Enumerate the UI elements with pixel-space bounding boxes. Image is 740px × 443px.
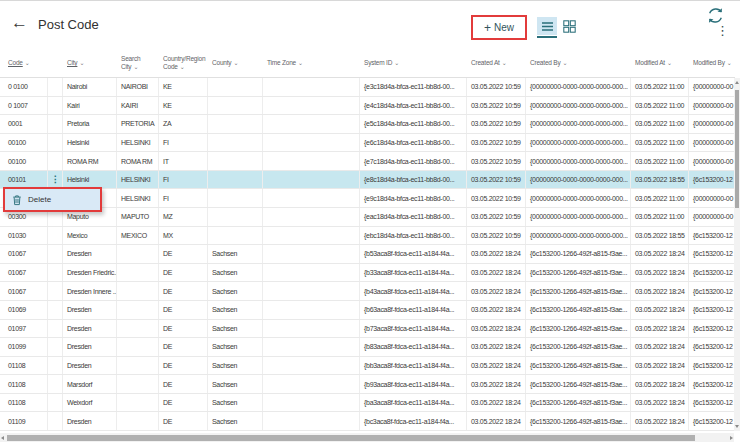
cell-city: Dresden bbox=[63, 338, 117, 356]
row-menu-spacer bbox=[48, 152, 63, 170]
cell-county bbox=[208, 97, 263, 115]
column-header-county[interactable]: County⌄ bbox=[208, 49, 263, 77]
cell-search_city: KAIRI bbox=[117, 97, 159, 115]
list-view-toggle[interactable] bbox=[537, 17, 557, 35]
cell-created_at: 03.05.2022 10:59 bbox=[467, 227, 526, 245]
cell-time_zone bbox=[263, 338, 360, 356]
cell-country: DE bbox=[159, 320, 208, 338]
cell-code: 01108 bbox=[0, 394, 48, 412]
delete-menu-item[interactable]: Delete bbox=[3, 187, 102, 212]
table-row[interactable]: 01108WeixdorfDESachsen{ba3aca8f-fdca-ec1… bbox=[0, 394, 735, 413]
column-label: County bbox=[212, 59, 231, 66]
column-header-system_id[interactable]: System ID⌄ bbox=[360, 49, 467, 77]
chevron-down-icon: ⌄ bbox=[133, 64, 138, 70]
cell-search_city: NAIROBI bbox=[117, 78, 159, 96]
scroll-down-arrow-icon[interactable] bbox=[735, 425, 739, 428]
row-context-menu-button[interactable]: ⋮ bbox=[51, 175, 60, 184]
column-label: Modified By bbox=[693, 59, 725, 66]
cell-search_city bbox=[117, 357, 159, 375]
table-row[interactable]: 00300MaputoMAPUTOMZ{eac18d4a-bfca-ec11-b… bbox=[0, 208, 735, 227]
column-header-search_city[interactable]: Search City⌄ bbox=[117, 49, 159, 77]
cell-country: MZ bbox=[159, 208, 208, 226]
table-row[interactable]: 01108MarsdorfDESachsen{b93aca8f-fdca-ec1… bbox=[0, 375, 735, 394]
new-button[interactable]: + New bbox=[471, 15, 527, 40]
table-row[interactable]: 01099DresdenDESachsen{b83aca8f-fdca-ec11… bbox=[0, 338, 735, 357]
cell-created_by: {00000000-0000-0000-0000-000... bbox=[526, 97, 631, 115]
table-row[interactable]: 00100HelsinkiHELSINKIFI{e6c18d4a-bfca-ec… bbox=[0, 134, 735, 153]
cell-county: Sachsen bbox=[208, 264, 263, 282]
column-header-city[interactable]: City⌄ bbox=[63, 49, 117, 77]
vertical-scrollbar-thumb[interactable] bbox=[735, 90, 739, 208]
column-header-created_at[interactable]: Created At⌄ bbox=[467, 49, 526, 77]
cell-created_by: {00000000-0000-0000-0000-000... bbox=[526, 171, 631, 189]
chevron-down-icon: ⌄ bbox=[79, 60, 84, 66]
cell-search_city: PRETORIA bbox=[117, 115, 159, 133]
cell-country: IT bbox=[159, 152, 208, 170]
column-header-modified_at[interactable]: Modified At⌄ bbox=[631, 49, 689, 77]
scroll-left-arrow-icon[interactable] bbox=[1, 436, 4, 440]
cell-modified_at: 03.05.2022 18:24 bbox=[631, 375, 689, 393]
table-row[interactable]: 01108DresdenDESachsen{bb3aca8f-fdca-ec11… bbox=[0, 357, 735, 376]
cell-city: Dresden Friedric... bbox=[63, 264, 117, 282]
column-header-code[interactable]: Code⌄ bbox=[0, 49, 48, 77]
cell-county: Sachsen bbox=[208, 338, 263, 356]
table-row[interactable]: 01109DresdenDESachsen{bc3aca8f-fdca-ec11… bbox=[0, 412, 735, 431]
cell-created_at: 03.05.2022 18:24 bbox=[467, 394, 526, 412]
table-row[interactable]: 01067Dresden Friedric...DESachsen{b33aca… bbox=[0, 264, 735, 283]
cell-code: 01069 bbox=[0, 301, 48, 319]
cell-country: DE bbox=[159, 394, 208, 412]
cell-created_at: 03.05.2022 10:59 bbox=[467, 208, 526, 226]
scroll-up-arrow-icon[interactable] bbox=[735, 81, 739, 84]
row-menu-spacer bbox=[48, 245, 63, 263]
column-header-country[interactable]: Country/Region Code⌄ bbox=[159, 49, 208, 77]
cell-search_city bbox=[117, 320, 159, 338]
table-row[interactable]: HelsinkiHELSINKIFI{e9c18d4a-bfca-ec11-bb… bbox=[0, 189, 735, 208]
cell-search_city bbox=[117, 301, 159, 319]
cell-created_at: 03.05.2022 10:59 bbox=[467, 78, 526, 96]
cell-modified_at: 03.05.2022 18:24 bbox=[631, 394, 689, 412]
cell-created_at: 03.05.2022 10:59 bbox=[467, 134, 526, 152]
cell-city: Nairobi bbox=[63, 78, 117, 96]
cell-modified_by: {00000000-00 bbox=[689, 115, 735, 133]
column-header-created_by[interactable]: Created By⌄ bbox=[526, 49, 631, 77]
column-header-time_zone[interactable]: Time Zone⌄ bbox=[263, 49, 360, 77]
table-row[interactable]: 0 1007KairiKAIRIKE{e4c18d4a-bfca-ec11-bb… bbox=[0, 97, 735, 116]
cell-created_by: {6c153200-1266-492f-a815-f3ae... bbox=[526, 394, 631, 412]
cell-system_id: {b33aca8f-fdca-ec11-a184-f4a... bbox=[360, 264, 467, 282]
column-header-modified_by[interactable]: Modified By⌄ bbox=[689, 49, 735, 77]
table-row[interactable]: 01067DresdenDESachsen{b53aca8f-fdca-ec11… bbox=[0, 245, 735, 264]
cell-created_at: 03.05.2022 18:24 bbox=[467, 412, 526, 430]
table-row[interactable]: 01097DresdenDESachsen{b73aca8f-fdca-ec11… bbox=[0, 320, 735, 339]
cell-time_zone bbox=[263, 264, 360, 282]
cell-system_id: {b83aca8f-fdca-ec11-a184-f4a... bbox=[360, 338, 467, 356]
cell-created_by: {6c153200-1266-492f-a815-f3ae... bbox=[526, 412, 631, 430]
table-row[interactable]: 01069DresdenDESachsen{b63aca8f-fdca-ec11… bbox=[0, 301, 735, 320]
cell-country: FI bbox=[159, 134, 208, 152]
cell-code: 0 1007 bbox=[0, 97, 48, 115]
cell-modified_at: 03.05.2022 18:55 bbox=[631, 227, 689, 245]
cell-created_at: 03.05.2022 18:24 bbox=[467, 245, 526, 263]
back-arrow-icon[interactable]: ← bbox=[11, 14, 28, 31]
table-row[interactable]: 01030MexicoMEXICOMX{ebc18d4a-bfca-ec11-b… bbox=[0, 227, 735, 246]
horizontal-scrollbar-thumb[interactable] bbox=[7, 435, 695, 441]
cell-city: Mexico bbox=[63, 227, 117, 245]
cell-created_at: 03.05.2022 10:59 bbox=[467, 189, 526, 207]
table-row[interactable]: 0001PretoriaPRETORIAZA{e5c18d4a-bfca-ec1… bbox=[0, 115, 735, 134]
scroll-right-arrow-icon[interactable] bbox=[730, 436, 733, 440]
cell-modified_at: 03.05.2022 11:00 bbox=[631, 97, 689, 115]
vertical-scrollbar[interactable] bbox=[734, 78, 740, 431]
cell-time_zone bbox=[263, 394, 360, 412]
cell-modified_at: 03.05.2022 18:24 bbox=[631, 301, 689, 319]
table-row[interactable]: 01067Dresden Innere ...DESachsen{b43aca8… bbox=[0, 282, 735, 301]
table-row[interactable]: 00100ROMA RMROMA RMIT{e7c18d4a-bfca-ec11… bbox=[0, 152, 735, 171]
cell-system_id: {b43aca8f-fdca-ec11-a184-f4a... bbox=[360, 282, 467, 300]
table-row[interactable]: 0 0100NairobiNAIROBIKE{e3c18d4a-bfca-ec1… bbox=[0, 78, 735, 97]
grid-view-toggle[interactable] bbox=[561, 18, 577, 34]
vertical-ellipsis-icon[interactable]: ⋮ bbox=[716, 24, 729, 37]
cell-city: Pretoria bbox=[63, 115, 117, 133]
column-label: Created By bbox=[530, 59, 561, 66]
horizontal-scrollbar[interactable] bbox=[0, 433, 734, 442]
table-row[interactable]: 00101⋮HelsinkiHELSINKIFI{e8c18d4a-bfca-e… bbox=[0, 171, 735, 190]
cell-county bbox=[208, 208, 263, 226]
cell-time_zone bbox=[263, 245, 360, 263]
